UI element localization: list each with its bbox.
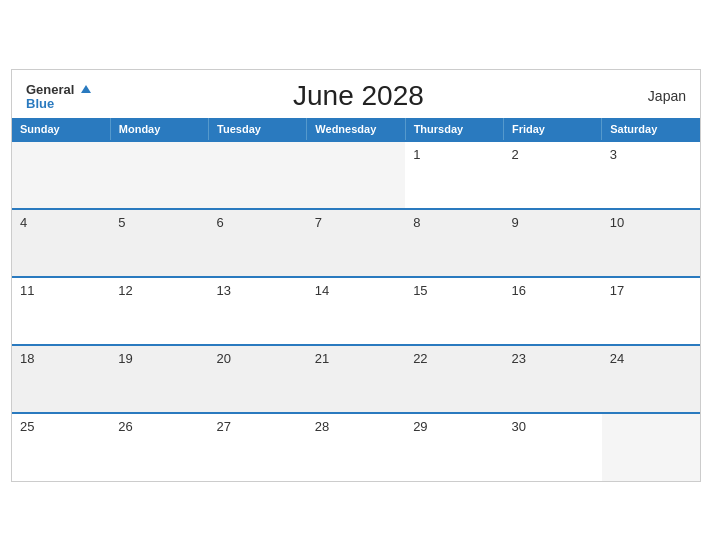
- calendar-day-cell: 8: [405, 209, 503, 277]
- calendar-title: June 2028: [91, 80, 626, 112]
- calendar-day-cell: 25: [12, 413, 110, 481]
- calendar-day-cell: 26: [110, 413, 208, 481]
- calendar-day-cell: 6: [209, 209, 307, 277]
- calendar-day-cell: 5: [110, 209, 208, 277]
- calendar-day-cell: 17: [602, 277, 700, 345]
- day-number: 5: [118, 215, 125, 230]
- calendar-day-cell: [12, 141, 110, 209]
- calendar-day-cell: 7: [307, 209, 405, 277]
- day-number: 2: [511, 147, 518, 162]
- calendar-day-cell: 28: [307, 413, 405, 481]
- day-number: 25: [20, 419, 34, 434]
- weekday-header-row: SundayMondayTuesdayWednesdayThursdayFrid…: [12, 118, 700, 141]
- day-number: 29: [413, 419, 427, 434]
- calendar-day-cell: 27: [209, 413, 307, 481]
- calendar-day-cell: [602, 413, 700, 481]
- logo: General Blue: [26, 81, 91, 110]
- day-number: 17: [610, 283, 624, 298]
- weekday-header-tuesday: Tuesday: [209, 118, 307, 141]
- calendar-day-cell: 2: [503, 141, 601, 209]
- calendar-day-cell: [307, 141, 405, 209]
- calendar-day-cell: 22: [405, 345, 503, 413]
- day-number: 26: [118, 419, 132, 434]
- calendar-day-cell: 19: [110, 345, 208, 413]
- day-number: 16: [511, 283, 525, 298]
- day-number: 11: [20, 283, 34, 298]
- calendar-day-cell: 11: [12, 277, 110, 345]
- day-number: 27: [217, 419, 231, 434]
- day-number: 28: [315, 419, 329, 434]
- calendar-day-cell: 1: [405, 141, 503, 209]
- calendar-table: SundayMondayTuesdayWednesdayThursdayFrid…: [12, 118, 700, 481]
- day-number: 9: [511, 215, 518, 230]
- calendar-day-cell: 14: [307, 277, 405, 345]
- weekday-header-sunday: Sunday: [12, 118, 110, 141]
- calendar-day-cell: 9: [503, 209, 601, 277]
- calendar-day-cell: 16: [503, 277, 601, 345]
- day-number: 1: [413, 147, 420, 162]
- calendar-country: Japan: [626, 88, 686, 104]
- calendar-day-cell: 4: [12, 209, 110, 277]
- day-number: 3: [610, 147, 617, 162]
- logo-triangle-icon: [81, 85, 91, 93]
- calendar-day-cell: 23: [503, 345, 601, 413]
- day-number: 15: [413, 283, 427, 298]
- day-number: 21: [315, 351, 329, 366]
- calendar-day-cell: 13: [209, 277, 307, 345]
- day-number: 13: [217, 283, 231, 298]
- day-number: 14: [315, 283, 329, 298]
- calendar: General Blue June 2028 Japan SundayMonda…: [11, 69, 701, 482]
- calendar-day-cell: 24: [602, 345, 700, 413]
- calendar-day-cell: 15: [405, 277, 503, 345]
- weekday-header-monday: Monday: [110, 118, 208, 141]
- weekday-header-friday: Friday: [503, 118, 601, 141]
- calendar-week-row: 123: [12, 141, 700, 209]
- calendar-day-cell: [209, 141, 307, 209]
- calendar-day-cell: 18: [12, 345, 110, 413]
- day-number: 18: [20, 351, 34, 366]
- day-number: 30: [511, 419, 525, 434]
- logo-general: General: [26, 81, 91, 97]
- calendar-header: General Blue June 2028 Japan: [12, 70, 700, 118]
- calendar-day-cell: [110, 141, 208, 209]
- calendar-day-cell: 29: [405, 413, 503, 481]
- weekday-header-wednesday: Wednesday: [307, 118, 405, 141]
- weekday-header-thursday: Thursday: [405, 118, 503, 141]
- calendar-day-cell: 12: [110, 277, 208, 345]
- day-number: 12: [118, 283, 132, 298]
- day-number: 4: [20, 215, 27, 230]
- calendar-week-row: 252627282930: [12, 413, 700, 481]
- calendar-day-cell: 3: [602, 141, 700, 209]
- calendar-day-cell: 20: [209, 345, 307, 413]
- day-number: 20: [217, 351, 231, 366]
- calendar-day-cell: 30: [503, 413, 601, 481]
- weekday-header-saturday: Saturday: [602, 118, 700, 141]
- calendar-day-cell: 21: [307, 345, 405, 413]
- day-number: 7: [315, 215, 322, 230]
- day-number: 23: [511, 351, 525, 366]
- calendar-week-row: 45678910: [12, 209, 700, 277]
- day-number: 6: [217, 215, 224, 230]
- day-number: 19: [118, 351, 132, 366]
- day-number: 8: [413, 215, 420, 230]
- day-number: 22: [413, 351, 427, 366]
- day-number: 10: [610, 215, 624, 230]
- calendar-week-row: 11121314151617: [12, 277, 700, 345]
- day-number: 24: [610, 351, 624, 366]
- calendar-day-cell: 10: [602, 209, 700, 277]
- logo-blue: Blue: [26, 97, 54, 110]
- calendar-week-row: 18192021222324: [12, 345, 700, 413]
